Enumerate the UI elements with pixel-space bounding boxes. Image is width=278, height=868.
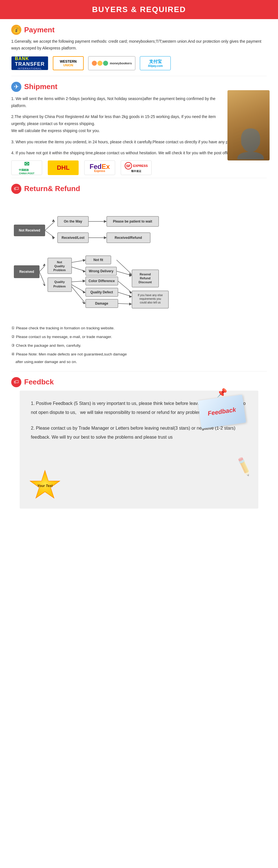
fedex-logo: FedEx Express (84, 160, 115, 175)
feedback-pin-area: 📌 Feedback (199, 388, 244, 426)
china-post-logo: ✉ 中国邮政CHINA POST (11, 160, 42, 175)
payment-logos: BANKTRANSFER INTERNATIONAL WESTERN UNION… (11, 56, 267, 70)
dhl-logo: DHL (48, 160, 79, 175)
return-note-4: ④ Please Note: Men made defects are not … (11, 350, 267, 366)
fc-not-received-label: Not Received (19, 228, 40, 232)
fc-else-label-1: If you have any else (138, 293, 163, 297)
return-heading: Return& Refund (24, 184, 80, 193)
fc-wrongdel-label: Wrong Delivery (89, 269, 113, 273)
flowchart-svg: Not Received On the Way Please be patien… (11, 199, 264, 317)
shipment-section: ✈ Shipment 1. We will sent the items wit… (0, 76, 278, 178)
arrowhead-qp-qd (82, 290, 85, 293)
arrowhead-rl-rr (104, 236, 107, 239)
feedback-card-text: Feedback (207, 406, 237, 417)
china-post-icon: ✉ (24, 160, 29, 168)
return-note-2: ② Please contact us by meesage, e-mail, … (11, 333, 267, 341)
feedback-heading: Feedbck (24, 378, 54, 386)
fc-nqp-label-1: Not (57, 260, 62, 264)
page-header: BUYERS & REQUIRED (0, 0, 278, 19)
fedex-ex: Ex (102, 163, 110, 170)
mb-label: moneybookers (110, 62, 132, 65)
fc-recv-refund-label: Received/Refund (114, 236, 142, 240)
payment-heading: Payment (24, 26, 55, 34)
fc-nqp-label-3: Problem (54, 268, 66, 272)
return-title-row: 🏷 Return& Refund (11, 184, 267, 194)
fc-else-label-2: requirements you (139, 297, 161, 300)
fc-colordiff-label: Color Difference (89, 279, 115, 283)
feedback-star-badge: Your Text (28, 469, 62, 503)
fedex-express-sub: Express (94, 169, 105, 173)
fc-notfit-label: Not fit (94, 258, 103, 262)
arrowhead-ow-patient (104, 220, 107, 223)
fc-else-label-3: could also tell us (140, 301, 161, 304)
feedback-card: Feedback (198, 395, 246, 429)
arrow-recv-nqp (39, 266, 45, 272)
bank-transfer-logo: BANKTRANSFER INTERNATIONAL (11, 56, 48, 70)
feedback-section: 🏷 Feedbck 📌 Feedback ✏️ 1. Positive Feed… (0, 371, 278, 517)
arrow-nr-ow (45, 221, 55, 230)
fc-nqp-label-2: Quality (54, 265, 65, 268)
sf-sub-text: 顺丰速运 (131, 169, 141, 173)
fedex-fed: Fed (90, 163, 102, 170)
return-icon: 🏷 (11, 184, 21, 194)
alipay-chinese: 支付宝 (149, 59, 162, 64)
mb-circle-1 (92, 61, 97, 66)
return-note-1: ① Please check the tracking in formation… (11, 324, 267, 332)
arrowhead-nqp-wd (82, 270, 85, 273)
arrow-cd-else (118, 281, 131, 292)
star-badge-text: Your Text (37, 484, 53, 488)
return-notes: ① Please check the tracking in formation… (11, 324, 267, 366)
arrow-qp-dmg (72, 287, 85, 303)
fc-resend-label-3: Discount (138, 280, 152, 284)
arrow-nr-rl (45, 230, 55, 238)
person-silhouette (228, 90, 270, 160)
mb-circle-3 (103, 61, 108, 66)
payment-title-row: 💰 Payment (11, 25, 267, 35)
feedback-icon: 🏷 (11, 377, 21, 387)
fc-resend-label-1: Resend (140, 273, 151, 276)
fc-on-way-label: On the Way (64, 219, 82, 223)
shipment-heading: Shipment (24, 82, 57, 91)
sf-express-text: EXPRESS (133, 164, 148, 167)
mb-circles (92, 61, 108, 66)
western-union-logo: WESTERN UNION (53, 56, 84, 70)
payment-section: 💰 Payment 1.Generally, we accept the fol… (0, 19, 278, 76)
arrowhead-qp-cd (82, 280, 85, 282)
star-container: Your Text (28, 469, 62, 503)
fc-recv-lost-label: Received/Lost (62, 236, 84, 240)
wu-text: WESTERN (60, 60, 77, 63)
flowchart: Not Received On the Way Please be patien… (11, 199, 267, 319)
arrowhead-qd-else (129, 295, 132, 298)
arrow-recv-qp (39, 272, 45, 285)
alipay-english: Alipay.com (148, 64, 163, 67)
fc-resend-label-2: Refund (140, 277, 150, 280)
mb-circle-2 (98, 61, 103, 66)
return-note-3: ③ Check the package and Item, carefully. (11, 342, 267, 349)
bank-transfer-sub: INTERNATIONAL (18, 67, 42, 70)
dhl-text: DHL (57, 164, 69, 172)
arrowhead-nqp-nf (82, 259, 85, 262)
sf-express-logo: SF EXPRESS 顺丰速运 (121, 160, 152, 175)
bank-transfer-text: BANKTRANSFER (15, 56, 45, 67)
fc-qp-label-1: Quality (54, 280, 65, 283)
fc-damage-label: Damage (95, 302, 108, 305)
payment-description: 1.Generally, we accept the following pay… (11, 38, 267, 52)
arrowhead-recv-qp (43, 283, 45, 286)
arrowhead-dmg-else (129, 303, 132, 305)
shipping-logos: ✉ 中国邮政CHINA POST DHL FedEx Express SF EX… (11, 160, 267, 175)
feedback-title-row: 🏷 Feedbck (11, 377, 267, 387)
fc-patient-label: Please be patient to wait (113, 219, 152, 223)
fc-received-label: Received (20, 270, 34, 274)
sf-top: SF EXPRESS (125, 162, 148, 169)
fc-qp-label-2: Problem (54, 285, 66, 288)
page-title: BUYERS & REQUIRED (0, 5, 278, 14)
payment-icon: 💰 (11, 25, 21, 35)
shipment-icon: ✈ (11, 82, 21, 92)
china-post-label: 中国邮政CHINA POST (19, 168, 34, 175)
return-refund-section: 🏷 Return& Refund Not Received On the Way… (0, 178, 278, 371)
alipay-logo: 支付宝 Alipay.com (140, 56, 171, 70)
moneybookers-logo: moneybookers (88, 56, 135, 70)
shipment-image (228, 90, 270, 160)
fc-qualdef-label: Quality Defect (91, 290, 113, 294)
sf-circle: SF (125, 162, 132, 169)
